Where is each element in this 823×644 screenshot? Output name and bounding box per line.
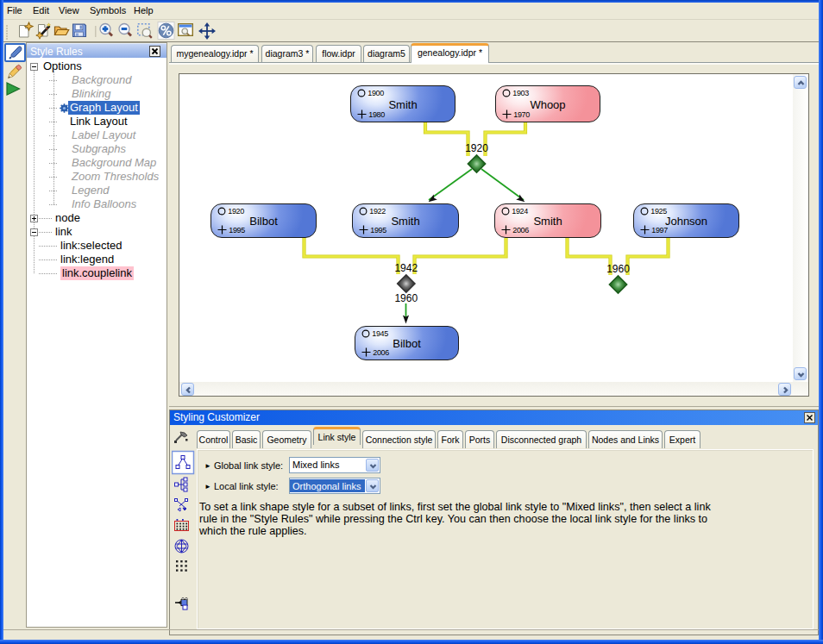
svg-text:1920: 1920 <box>465 142 488 154</box>
svg-text:1942: 1942 <box>394 262 418 274</box>
svg-text:1960: 1960 <box>606 263 630 275</box>
svg-text:1960: 1960 <box>394 292 418 304</box>
